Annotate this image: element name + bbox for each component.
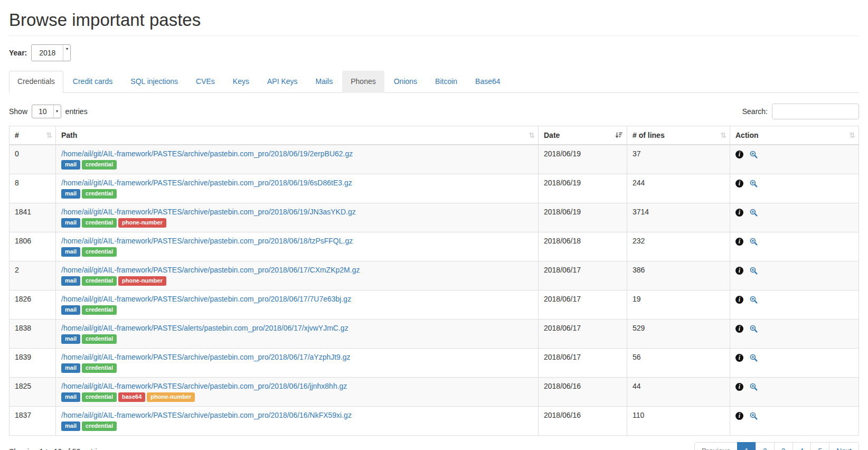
paste-index: 1841 [10, 203, 56, 232]
tab-label[interactable]: Keys [224, 71, 258, 93]
table-row: 1841/home/ail/git/AIL-framework/PASTES/a… [10, 203, 859, 232]
pagination-previous[interactable]: Previous [694, 442, 738, 450]
tab-label[interactable]: Mails [307, 71, 342, 93]
paste-path-cell: /home/ail/git/AIL-framework/PASTES/archi… [56, 203, 539, 232]
pagination-page-4-label[interactable]: 4 [792, 442, 812, 450]
tab-label[interactable]: Credit cards [64, 71, 121, 93]
tab-base64[interactable]: Base64 [467, 71, 508, 93]
paste-path-link[interactable]: /home/ail/git/AIL-framework/PASTES/archi… [61, 353, 351, 361]
search-plus-icon[interactable] [750, 296, 758, 304]
column-header--[interactable]: #⇅ [10, 126, 56, 145]
paste-index: 1837 [10, 406, 56, 435]
info-circle-icon[interactable] [735, 354, 743, 362]
tab-credentials[interactable]: Credentials [9, 71, 63, 93]
search-plus-icon[interactable] [750, 238, 758, 246]
search-plus-icon[interactable] [750, 412, 758, 420]
tab-label[interactable]: CVEs [187, 71, 223, 93]
pagination-previous-label[interactable]: Previous [694, 442, 738, 450]
tag-credential: credential [82, 305, 117, 315]
info-circle-icon[interactable] [735, 180, 743, 188]
tab-mails[interactable]: Mails [307, 71, 342, 93]
tab-cves[interactable]: CVEs [187, 71, 223, 93]
pagination-page-3-label[interactable]: 3 [774, 442, 793, 450]
search-plus-icon[interactable] [750, 180, 758, 188]
tab-label[interactable]: API Keys [259, 71, 306, 93]
info-circle-icon[interactable] [735, 412, 743, 420]
tab-credit-cards[interactable]: Credit cards [64, 71, 121, 93]
pastes-table: #⇅Path⇅Date# of lines⇅Action⇅ 0/home/ail… [9, 126, 859, 436]
search-plus-icon[interactable] [750, 267, 758, 275]
sort-desc-icon [615, 132, 622, 139]
category-tabs: CredentialsCredit cardsSQL injectionsCVE… [9, 71, 859, 93]
tab-api-keys[interactable]: API Keys [259, 71, 306, 93]
pagination-page-2-label[interactable]: 2 [756, 442, 775, 450]
paste-path-link[interactable]: /home/ail/git/AIL-framework/PASTES/archi… [61, 266, 360, 274]
pagination-next-label[interactable]: Next [829, 442, 859, 450]
tab-label[interactable]: Phones [342, 71, 384, 93]
paste-path-link[interactable]: /home/ail/git/AIL-framework/PASTES/archi… [61, 237, 353, 245]
year-select[interactable]: 2018 ▾ [31, 44, 71, 61]
search-plus-icon[interactable] [750, 151, 758, 158]
tab-sql-injections[interactable]: SQL injections [122, 71, 186, 93]
tag-credential: credential [82, 276, 117, 286]
info-circle-icon[interactable] [735, 296, 743, 304]
tab-label[interactable]: Credentials [9, 71, 63, 93]
tag-credential: credential [82, 218, 117, 228]
paste-path-link[interactable]: /home/ail/git/AIL-framework/PASTES/archi… [61, 295, 351, 303]
tag-mail: mail [61, 247, 80, 257]
paste-path-link[interactable]: /home/ail/git/AIL-framework/PASTES/archi… [61, 149, 353, 158]
info-circle-icon[interactable] [735, 151, 743, 158]
tab-label[interactable]: Bitcoin [427, 71, 466, 93]
page-length-select[interactable]: 10 ▾ [32, 105, 61, 118]
column-header-action[interactable]: Action⇅ [730, 126, 859, 145]
tab-phones[interactable]: Phones [342, 71, 384, 93]
search-plus-icon[interactable] [750, 354, 758, 362]
paste-line-count: 244 [627, 174, 730, 203]
column-label: # of lines [633, 131, 665, 139]
info-circle-icon[interactable] [735, 325, 743, 333]
tab-label[interactable]: Base64 [467, 71, 508, 93]
paste-date: 2018/06/17 [539, 319, 627, 348]
pagination-page-5[interactable]: 5 [811, 442, 829, 450]
pagination-page-1[interactable]: 1 [738, 442, 756, 450]
tab-keys[interactable]: Keys [224, 71, 258, 93]
paste-path-link[interactable]: /home/ail/git/AIL-framework/PASTES/alert… [61, 324, 348, 332]
info-circle-icon[interactable] [735, 267, 743, 275]
search-input[interactable] [772, 104, 859, 119]
paste-path-link[interactable]: /home/ail/git/AIL-framework/PASTES/archi… [61, 208, 356, 216]
column-header-path[interactable]: Path⇅ [56, 126, 539, 145]
page-container: Browse important pastes Year: 2018 ▾ Cre… [0, 10, 868, 450]
info-circle-icon[interactable] [735, 383, 743, 391]
search-plus-icon[interactable] [750, 325, 758, 333]
tab-label[interactable]: SQL injections [122, 71, 186, 93]
search-plus-icon[interactable] [750, 383, 758, 391]
info-circle-icon[interactable] [735, 238, 743, 246]
tab-label[interactable]: Onions [385, 71, 426, 93]
tab-bitcoin[interactable]: Bitcoin [427, 71, 466, 93]
paste-index: 1806 [10, 232, 56, 261]
table-row: 1839/home/ail/git/AIL-framework/PASTES/a… [10, 348, 859, 377]
paste-path-link[interactable]: /home/ail/git/AIL-framework/PASTES/archi… [61, 411, 352, 419]
show-label: Show [9, 107, 27, 116]
info-circle-icon[interactable] [735, 209, 743, 217]
paste-line-count: 19 [627, 290, 730, 319]
pagination-page-3[interactable]: 3 [775, 442, 793, 450]
paste-line-count: 386 [627, 261, 730, 290]
pagination-page-4[interactable]: 4 [793, 442, 812, 450]
paste-date: 2018/06/17 [539, 261, 627, 290]
column-header-date[interactable]: Date [539, 126, 627, 145]
pagination-page-5-label[interactable]: 5 [810, 442, 829, 450]
column-header--of-lines[interactable]: # of lines⇅ [627, 126, 730, 145]
paste-path-link[interactable]: /home/ail/git/AIL-framework/PASTES/archi… [61, 382, 347, 390]
tab-onions[interactable]: Onions [385, 71, 426, 93]
search-plus-icon[interactable] [750, 209, 758, 217]
pagination-page-1-label[interactable]: 1 [737, 442, 756, 450]
paste-date: 2018/06/19 [539, 203, 627, 232]
action-cell [730, 406, 859, 435]
pagination-next[interactable]: Next [829, 442, 859, 450]
sort-both-icon: ⇅ [849, 131, 854, 139]
tag-credential: credential [82, 189, 117, 199]
page-title: Browse important pastes [9, 10, 859, 30]
paste-path-link[interactable]: /home/ail/git/AIL-framework/PASTES/archi… [61, 179, 352, 187]
pagination-page-2[interactable]: 2 [756, 442, 775, 450]
